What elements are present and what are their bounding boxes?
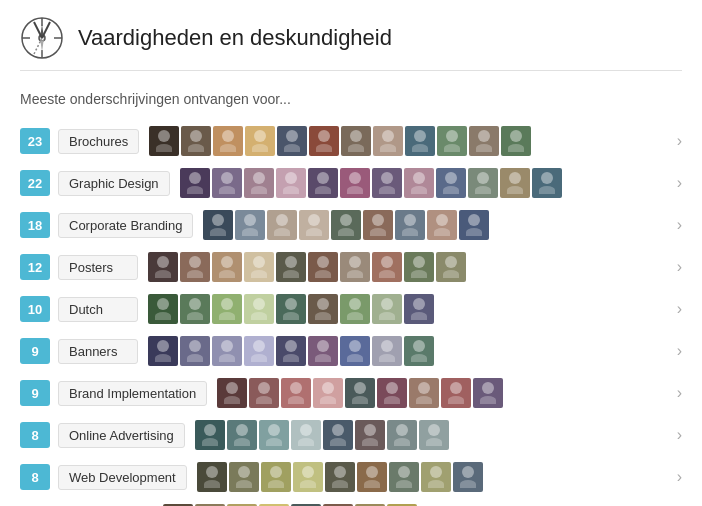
- skill-row-web-dev[interactable]: 8Web Development›: [20, 459, 682, 495]
- avatar[interactable]: [212, 336, 242, 366]
- avatar[interactable]: [276, 168, 306, 198]
- avatar[interactable]: [245, 126, 275, 156]
- avatar[interactable]: [345, 378, 375, 408]
- avatar[interactable]: [313, 378, 343, 408]
- avatar[interactable]: [180, 294, 210, 324]
- avatar[interactable]: [357, 462, 387, 492]
- skill-row-posters[interactable]: 12Posters›: [20, 249, 682, 285]
- avatar[interactable]: [299, 210, 329, 240]
- avatar[interactable]: [325, 462, 355, 492]
- avatar[interactable]: [500, 168, 530, 198]
- avatar[interactable]: [212, 252, 242, 282]
- skill-row-brand-impl[interactable]: 9Brand Implementation›: [20, 375, 682, 411]
- avatar[interactable]: [276, 336, 306, 366]
- avatar[interactable]: [405, 126, 435, 156]
- avatar[interactable]: [244, 294, 274, 324]
- avatar[interactable]: [276, 294, 306, 324]
- avatar[interactable]: [387, 420, 417, 450]
- avatar[interactable]: [203, 210, 233, 240]
- avatar[interactable]: [453, 462, 483, 492]
- avatar[interactable]: [436, 168, 466, 198]
- avatar[interactable]: [227, 420, 257, 450]
- avatar[interactable]: [277, 126, 307, 156]
- avatar[interactable]: [244, 168, 274, 198]
- avatar[interactable]: [281, 378, 311, 408]
- avatar[interactable]: [180, 336, 210, 366]
- avatar[interactable]: [261, 462, 291, 492]
- avatar[interactable]: [217, 378, 247, 408]
- avatar[interactable]: [404, 294, 434, 324]
- chevron-right-icon[interactable]: ›: [677, 426, 682, 444]
- avatar[interactable]: [404, 336, 434, 366]
- avatar[interactable]: [235, 210, 265, 240]
- avatar[interactable]: [244, 252, 274, 282]
- skill-row-logo-design[interactable]: 8Logo Design›: [20, 501, 682, 506]
- avatar[interactable]: [148, 336, 178, 366]
- avatar[interactable]: [212, 294, 242, 324]
- avatar[interactable]: [395, 210, 425, 240]
- avatar[interactable]: [372, 168, 402, 198]
- avatar[interactable]: [308, 294, 338, 324]
- avatar[interactable]: [341, 126, 371, 156]
- avatar[interactable]: [473, 378, 503, 408]
- avatar[interactable]: [372, 336, 402, 366]
- avatar[interactable]: [197, 462, 227, 492]
- avatar[interactable]: [340, 294, 370, 324]
- avatar[interactable]: [249, 378, 279, 408]
- avatar[interactable]: [309, 126, 339, 156]
- avatar[interactable]: [372, 252, 402, 282]
- chevron-right-icon[interactable]: ›: [677, 132, 682, 150]
- skill-row-dutch[interactable]: 10Dutch›: [20, 291, 682, 327]
- avatar[interactable]: [340, 168, 370, 198]
- avatar[interactable]: [323, 420, 353, 450]
- avatar[interactable]: [363, 210, 393, 240]
- chevron-right-icon[interactable]: ›: [677, 468, 682, 486]
- avatar[interactable]: [421, 462, 451, 492]
- chevron-right-icon[interactable]: ›: [677, 216, 682, 234]
- avatar[interactable]: [276, 252, 306, 282]
- avatar[interactable]: [181, 126, 211, 156]
- chevron-right-icon[interactable]: ›: [677, 174, 682, 192]
- avatar[interactable]: [244, 336, 274, 366]
- avatar[interactable]: [404, 168, 434, 198]
- avatar[interactable]: [404, 252, 434, 282]
- avatar[interactable]: [340, 336, 370, 366]
- avatar[interactable]: [459, 210, 489, 240]
- avatar[interactable]: [308, 168, 338, 198]
- skill-row-graphic-design[interactable]: 22Graphic Design›: [20, 165, 682, 201]
- avatar[interactable]: [373, 126, 403, 156]
- avatar[interactable]: [532, 168, 562, 198]
- avatar[interactable]: [409, 378, 439, 408]
- avatar[interactable]: [468, 168, 498, 198]
- avatar[interactable]: [331, 210, 361, 240]
- avatar[interactable]: [419, 420, 449, 450]
- skill-row-brochures[interactable]: 23Brochures›: [20, 123, 682, 159]
- avatar[interactable]: [213, 126, 243, 156]
- chevron-right-icon[interactable]: ›: [677, 258, 682, 276]
- skill-row-banners[interactable]: 9Banners›: [20, 333, 682, 369]
- avatar[interactable]: [501, 126, 531, 156]
- skill-row-corporate-branding[interactable]: 18Corporate Branding›: [20, 207, 682, 243]
- avatar[interactable]: [267, 210, 297, 240]
- avatar[interactable]: [441, 378, 471, 408]
- avatar[interactable]: [180, 252, 210, 282]
- chevron-right-icon[interactable]: ›: [677, 300, 682, 318]
- avatar[interactable]: [293, 462, 323, 492]
- avatar[interactable]: [212, 168, 242, 198]
- avatar[interactable]: [372, 294, 402, 324]
- avatar[interactable]: [291, 420, 321, 450]
- avatar[interactable]: [427, 210, 457, 240]
- avatar[interactable]: [149, 126, 179, 156]
- avatar[interactable]: [180, 168, 210, 198]
- avatar[interactable]: [437, 126, 467, 156]
- avatar[interactable]: [308, 252, 338, 282]
- avatar[interactable]: [148, 252, 178, 282]
- avatar[interactable]: [229, 462, 259, 492]
- avatar[interactable]: [436, 252, 466, 282]
- avatar[interactable]: [148, 294, 178, 324]
- avatar[interactable]: [469, 126, 499, 156]
- chevron-right-icon[interactable]: ›: [677, 342, 682, 360]
- avatar[interactable]: [377, 378, 407, 408]
- avatar[interactable]: [308, 336, 338, 366]
- avatar[interactable]: [355, 420, 385, 450]
